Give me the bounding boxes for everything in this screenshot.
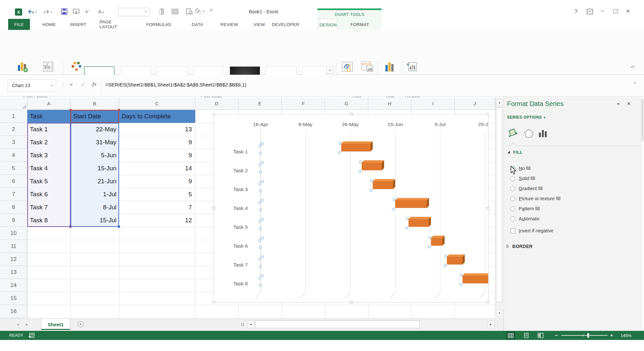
row-header-10[interactable]: 10 (0, 227, 27, 240)
y-axis-category-label[interactable]: Task 1 (217, 149, 248, 155)
column-header-E[interactable]: E (238, 98, 282, 110)
normal-view-button[interactable] (506, 332, 515, 339)
row-header-2[interactable]: 2 (0, 123, 27, 136)
x-axis-tick-label[interactable]: 16-Apr (248, 122, 274, 127)
cell-B8[interactable]: 8-Jul (71, 201, 119, 214)
cell-C7[interactable]: 5 (119, 188, 195, 201)
cancel-entry-icon[interactable]: ✕ (69, 82, 73, 88)
vertical-scroll-thumb[interactable] (496, 107, 502, 302)
column-header-H[interactable]: H (368, 98, 411, 110)
column-header-D[interactable]: D (195, 98, 238, 110)
chart-style-thumbnail-2[interactable] (120, 66, 151, 75)
cell-C2[interactable]: 13 (119, 123, 195, 136)
row-header-9[interactable]: 9 (0, 214, 27, 227)
cell-A6[interactable]: Task 5 (27, 175, 71, 188)
cell-C5[interactable]: 14 (119, 162, 195, 175)
zoom-out-button[interactable]: − (555, 332, 558, 338)
cell-A8[interactable]: Task 7 (27, 201, 71, 214)
chart-style-thumbnail-1[interactable] (84, 66, 114, 75)
cell-C9[interactable]: 12 (119, 214, 195, 227)
macro-record-icon[interactable] (29, 333, 34, 338)
y-axis-category-label[interactable]: Task 6 (217, 243, 248, 249)
tab-format[interactable]: FORMAT (346, 19, 373, 30)
formula-input[interactable]: =SERIES(Sheet1!$B$1,Sheet1!$A$2:$A$9,She… (105, 82, 613, 87)
tab-review[interactable]: REVIEW (220, 19, 239, 30)
cell-C6[interactable]: 9 (119, 175, 195, 188)
sheet-tab-active[interactable]: Sheet1 (41, 319, 70, 330)
row-header-11[interactable]: 11 (0, 240, 27, 253)
cell-A1[interactable]: Task (27, 110, 71, 123)
gantt-bar-task-7[interactable] (447, 257, 463, 265)
cell-A2[interactable]: Task 1 (27, 123, 71, 136)
border-section-header[interactable]: BORDER (506, 242, 532, 250)
expand-formula-bar-icon[interactable]: ˅ (634, 81, 636, 85)
x-axis-tick-label[interactable]: 25-Jul (472, 122, 489, 127)
select-all-corner[interactable] (0, 98, 27, 110)
cell-C4[interactable]: 9 (119, 149, 195, 162)
new-sheet-button[interactable]: + (77, 321, 84, 327)
column-header-I[interactable]: I (411, 98, 455, 110)
cell-B5[interactable]: 15-Jun (71, 162, 119, 175)
chart-style-thumbnail-4[interactable] (193, 66, 224, 75)
invert-if-negative-checkbox[interactable]: Invert if negative (510, 227, 553, 235)
cell-A7[interactable]: Task 6 (27, 188, 71, 201)
scroll-up-icon[interactable]: ▲ (496, 99, 503, 106)
row-header-12[interactable]: 12 (0, 253, 27, 266)
column-header-A[interactable]: A (27, 98, 71, 110)
radio-button[interactable] (510, 196, 515, 201)
tab-home[interactable]: HOME (40, 19, 59, 30)
chart-corner-handle[interactable] (487, 301, 490, 304)
gallery-scroll-up-button[interactable]: ▲ (327, 66, 334, 74)
scroll-down-icon[interactable]: ▼ (496, 309, 503, 317)
tab-file[interactable]: FILE (8, 19, 30, 30)
row-header-7[interactable]: 7 (0, 188, 27, 201)
fill-option-automatic[interactable]: Automatic (510, 215, 540, 223)
cell-A5[interactable]: Task 4 (27, 162, 71, 175)
name-box-dropdown-icon[interactable]: ▾ (51, 84, 56, 87)
insert-function-icon[interactable]: fx (92, 81, 96, 87)
row-header-15[interactable]: 15 (0, 292, 27, 305)
vertical-scrollbar[interactable]: ▲ ▼ (495, 98, 503, 318)
cell-B3[interactable]: 31-May (71, 136, 119, 149)
zoom-slider-track[interactable] (561, 335, 608, 336)
fill-paint-bucket-icon[interactable] (508, 127, 519, 138)
cell-B1[interactable]: Start Date (71, 110, 119, 123)
y-axis-category-label[interactable]: Task 7 (217, 262, 248, 268)
x-axis-tick-label[interactable]: 15-Jun (382, 122, 408, 127)
row-header-5[interactable]: 5 (0, 162, 27, 175)
radio-button[interactable] (510, 206, 515, 211)
cell-A3[interactable]: Task 2 (27, 136, 71, 149)
tab-view[interactable]: VIEW (252, 19, 267, 30)
tab-formulas[interactable]: FORMULAS (145, 19, 172, 30)
sheet-nav-prev-icon[interactable]: ◂ (17, 322, 19, 327)
chart-edge-handle[interactable] (350, 301, 353, 304)
name-box[interactable]: Chart 13 ▾ (8, 79, 56, 92)
confirm-entry-icon[interactable]: ✓ (81, 82, 85, 88)
y-axis-category-label[interactable]: Task 4 (217, 205, 248, 211)
sheet-nav-next-icon[interactable]: ▸ (26, 322, 28, 327)
x-axis-tick-label[interactable]: 5-Jul (427, 122, 453, 127)
radio-button[interactable] (510, 216, 515, 221)
x-axis-tick-label[interactable]: 26-May (337, 122, 363, 127)
chart-corner-handle[interactable] (212, 301, 215, 304)
gantt-chart[interactable]: 16-Apr6-May26-May15-Jun5-Jul25-JulTask 1… (214, 114, 489, 303)
collapse-ribbon-icon[interactable] (630, 65, 635, 68)
tab-developer[interactable]: DEVELOPER (269, 19, 302, 30)
tab-page-layout[interactable]: PAGE LAYOUT (100, 19, 129, 30)
chart-edge-handle[interactable] (350, 113, 353, 115)
cell-C8[interactable]: 7 (119, 201, 195, 214)
cell-C1[interactable]: Days to Complete (119, 110, 195, 123)
cell-C3[interactable]: 9 (119, 136, 195, 149)
column-header-J[interactable]: J (455, 98, 495, 110)
row-header-8[interactable]: 8 (0, 201, 27, 214)
chart-style-thumbnail-5[interactable] (230, 66, 260, 75)
effects-pentagon-icon[interactable] (524, 129, 534, 138)
horizontal-scroll-track[interactable] (254, 320, 487, 328)
tab-design[interactable]: DESIGN (319, 19, 338, 30)
fill-option-solid-fill[interactable]: Solid fill (510, 175, 535, 182)
checkbox[interactable] (510, 228, 515, 233)
pane-scrollbar[interactable] (640, 97, 644, 330)
chart-edge-handle[interactable] (212, 207, 215, 210)
gantt-bar-task-5[interactable] (409, 219, 429, 227)
y-axis-category-label[interactable]: Task 8 (217, 281, 248, 287)
